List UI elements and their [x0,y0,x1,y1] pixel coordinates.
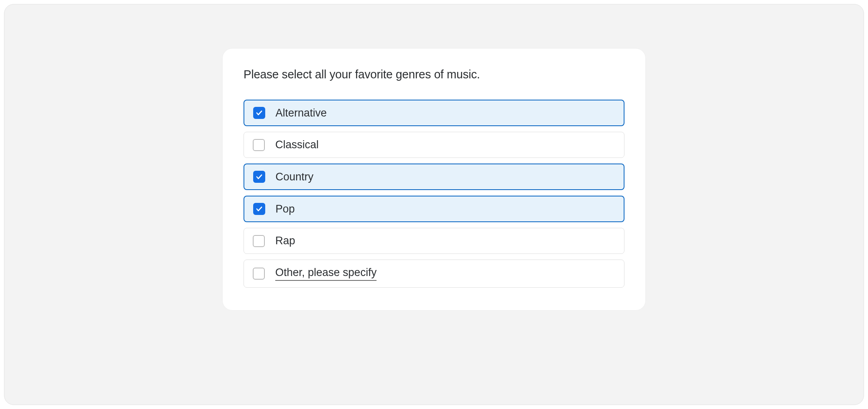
checkbox-icon [253,235,265,247]
survey-card: Please select all your favorite genres o… [223,49,645,310]
option-label-other[interactable]: Other, please specify [275,266,377,281]
option-rap[interactable]: Rap [244,228,624,254]
checkbox-icon [253,139,265,151]
option-classical[interactable]: Classical [244,132,624,158]
option-label: Country [276,171,314,183]
option-label: Rap [275,235,295,247]
page-frame: Please select all your favorite genres o… [4,4,864,405]
option-label: Classical [275,139,319,151]
question-title: Please select all your favorite genres o… [244,68,624,81]
checkbox-icon [253,268,265,280]
checkbox-icon [253,171,265,183]
option-label: Pop [276,203,295,215]
checkbox-icon [253,203,265,215]
checkbox-icon [253,107,265,119]
options-list: Alternative Classical Country Pop [244,100,624,288]
option-other[interactable]: Other, please specify [244,260,624,288]
option-alternative[interactable]: Alternative [244,100,624,126]
option-country[interactable]: Country [244,164,624,190]
option-label: Alternative [276,107,327,119]
option-pop[interactable]: Pop [244,196,624,222]
